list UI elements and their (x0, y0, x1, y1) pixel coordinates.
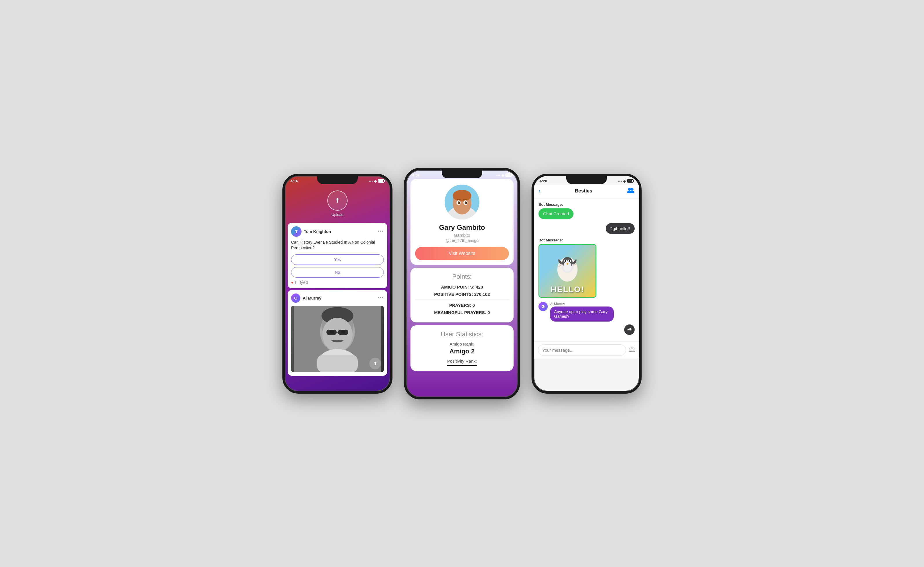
heart-icon: ♥ (291, 280, 293, 285)
center-content: Gary Gambito Gambito @the_27th_amigo Vis… (406, 179, 518, 371)
message-input[interactable] (538, 344, 626, 356)
camera-icon[interactable] (629, 347, 635, 353)
comment-icon: 💬 (300, 280, 305, 285)
battery-icon-center (506, 173, 512, 177)
positive-points: POSITIVE POINTS: 270,102 (415, 292, 509, 297)
status-icons-left: ▪▪▪ ◈ (369, 179, 384, 183)
amigo-rank-value: Amigo 2 (415, 348, 509, 355)
svg-point-19 (457, 201, 460, 204)
chat-created-bubble: Chat Created (539, 208, 573, 219)
svg-point-20 (465, 201, 467, 204)
reply-button[interactable] (624, 324, 635, 335)
user-msg-content: Al Murray Anyone up to play some Gary Ga… (550, 302, 614, 321)
time-center: 4:09 (412, 173, 420, 177)
status-icons-center: ▪▪▪ ◈ (496, 173, 512, 177)
gary-face-svg (445, 184, 479, 219)
phones-container: 4:16 ▪▪▪ ◈ ⬆ Upload Tom Knighton (282, 168, 642, 399)
card-footer-1: ♥ 1 💬 3 (291, 280, 384, 285)
meaningful-prayers: MEANINGFUL PRAYERS: 0 (415, 310, 509, 315)
svg-rect-8 (338, 330, 348, 335)
phone-center: 4:09 ▪▪▪ ◈ (404, 168, 520, 399)
amigo-rank-label: Amigo Rank: (415, 342, 509, 346)
reply-btn-area (539, 324, 635, 335)
prayers: PRAYERS: 0 (415, 303, 509, 308)
al-avatar: G (291, 294, 300, 303)
upload-label: Upload (331, 213, 343, 217)
user-msg-area: G Al Murray Anyone up to play some Gary … (539, 302, 635, 321)
visit-website-button[interactable]: Visit Website (415, 247, 509, 260)
battery-icon-right (627, 179, 634, 183)
card-header-2: G Al Murray ··· (291, 294, 384, 303)
svg-point-4 (322, 318, 352, 351)
profile-card: Gary Gambito Gambito @the_27th_amigo Vis… (411, 179, 513, 265)
status-icons-right: ▪▪▪ ◈ (618, 179, 634, 183)
profile-avatar-inner (445, 184, 479, 219)
stats-card: Points: AMIGO POINTS: 420 POSITIVE POINT… (411, 268, 513, 322)
chat-title: Besties (575, 188, 592, 194)
more-dots-2[interactable]: ··· (378, 295, 384, 301)
svg-point-33 (569, 260, 570, 262)
profile-handle: @the_27th_amigo (445, 238, 479, 243)
wifi-icon-c: ◈ (501, 173, 504, 177)
svg-point-21 (456, 206, 468, 213)
chat-messages-area: Bot Message: Chat Created ?gif hello!! B… (534, 199, 639, 341)
group-icon[interactable] (626, 187, 635, 195)
bot-label-1: Bot Message: (539, 202, 635, 207)
profile-username: Gambito (454, 233, 470, 238)
stats-title: Points: (415, 273, 509, 280)
wifi-icon: ◈ (374, 179, 377, 183)
card-header-1: Tom Knighton ··· (291, 226, 384, 237)
user-msg-name: Al Murray (550, 302, 614, 306)
gif-query-area: ?gif hello!! (539, 223, 635, 234)
bot-label-2: Bot Message: (539, 238, 635, 242)
user-stats-title: User Statistics: (415, 330, 509, 338)
card-header-left-1: Tom Knighton (291, 226, 331, 237)
time-right: 4:20 (540, 179, 547, 183)
chat-header: ‹ Besties (534, 184, 639, 199)
poll-question: Can History Ever Be Studied In A Non Col… (291, 240, 384, 251)
image-card: G Al Murray ··· (287, 290, 387, 376)
svg-point-32 (564, 260, 566, 262)
user-stats-card: User Statistics: Amigo Rank: Amigo 2 Pos… (411, 326, 513, 371)
more-dots-1[interactable]: ··· (378, 228, 384, 234)
card-header-left-2: G Al Murray (291, 294, 322, 303)
hello-text: HELLO! (551, 285, 584, 294)
upload-arrow-icon: ⬆ (335, 197, 340, 204)
message-input-area (534, 341, 639, 358)
upload-area: ⬆ Upload (285, 184, 390, 221)
signal-icon: ▪▪▪ (369, 179, 373, 183)
bot-gif-area: Bot Message: (539, 238, 635, 298)
signal-icon-r: ▪▪▪ (618, 179, 622, 183)
likes-count: ♥ 1 (291, 280, 296, 285)
upload-circle[interactable]: ⬆ (327, 190, 348, 211)
svg-point-35 (631, 349, 633, 351)
svg-rect-11 (317, 355, 358, 372)
gif-inner: HELLO! (539, 245, 596, 297)
svg-point-29 (563, 261, 572, 272)
profile-avatar (445, 184, 479, 219)
svg-rect-7 (327, 330, 337, 335)
positivity-rank-label: Positivity Rank: (447, 358, 477, 366)
svg-point-23 (631, 188, 634, 191)
tom-avatar (291, 226, 301, 237)
time-left: 4:16 (290, 179, 298, 183)
svg-point-22 (628, 188, 631, 191)
left-content: ⬆ Upload Tom Knighton ··· Can History Ev… (285, 184, 390, 380)
amigo-points: AMIGO POINTS: 420 (415, 285, 509, 290)
reply-icon (627, 327, 632, 332)
signal-icon-c: ▪▪▪ (496, 173, 500, 177)
al-murray-avatar-chat: G (539, 302, 548, 311)
yes-button[interactable]: Yes (291, 254, 384, 265)
card-image: ⬆ (291, 306, 384, 372)
penguin-svg (553, 250, 582, 282)
upload-overlay[interactable]: ⬆ (369, 358, 381, 369)
wifi-icon-r: ◈ (623, 179, 626, 183)
card2-user: Al Murray (303, 296, 322, 300)
back-button[interactable]: ‹ (539, 187, 540, 195)
gif-query-bubble: ?gif hello!! (606, 223, 635, 234)
no-button[interactable]: No (291, 267, 384, 278)
notch-left (317, 176, 358, 184)
positivity-rank-area: Positivity Rank: (415, 358, 509, 366)
bot-message-1-area: Bot Message: Chat Created (539, 202, 635, 223)
card1-user: Tom Knighton (304, 229, 331, 234)
